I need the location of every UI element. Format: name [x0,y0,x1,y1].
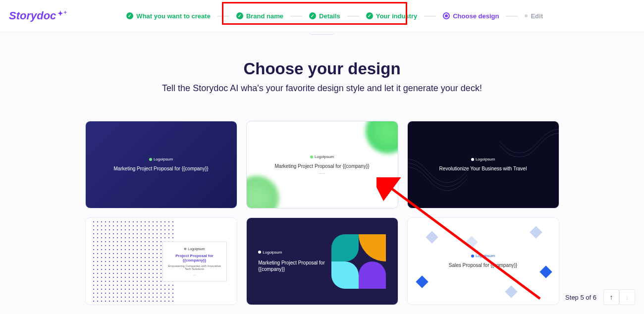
blob-decoration [366,121,398,154]
step-brand[interactable]: ✓ Brand name [236,12,283,20]
step-divider [347,16,359,16]
card-title: Marketing Project Proposal for {{company… [113,165,208,172]
footer-controls: Step 5 of 6 ↑ ↓ [565,289,635,305]
design-card-3[interactable]: Logoipsum Revolutionize Your Business wi… [407,121,559,209]
card-left: Logoipsum Marketing Project Proposal for… [258,250,327,273]
card-logo-text: Logoipsum [315,155,334,159]
step-details[interactable]: ✓ Details [309,12,340,20]
wave-decoration [499,121,559,181]
step-divider [290,16,302,16]
step-label: Your industry [376,12,418,20]
step-check-icon: ✓ [236,12,243,19]
card-logo: Logoipsum [310,155,334,159]
step-radio-icon [443,12,450,19]
page-title: Choose your design [0,59,644,78]
arrow-up-icon: ↑ [610,293,613,301]
design-card-1[interactable]: Logoipsum Marketing Project Proposal for… [85,121,237,209]
step-check-icon: ✓ [126,12,133,19]
main-content: Choose your design Tell the Storydoc AI … [0,32,644,314]
card-sub: Empowering Companies with Innovative Tec… [167,264,222,270]
step-label: Choose design [453,12,499,20]
step-design[interactable]: Choose design [443,12,499,20]
logo-dot-icon [258,251,261,254]
step-label: Brand name [246,12,283,20]
card-logo-text: Logoipsum [476,157,495,161]
card-logo-text: Logoipsum [154,157,173,161]
logo[interactable]: Storydoc ✦⁺ [9,9,67,22]
step-check-icon: ✓ [366,12,373,19]
logo-dot-icon [471,255,474,258]
logo-text: Storydoc [9,9,56,22]
iso-decoration [408,218,559,305]
page-subtitle: Tell the Storydoc AI wha's your favorite… [0,83,644,94]
stepper: ✓ What you want to create ✓ Brand name ✓… [126,12,543,20]
card-title: Marketing Project Proposal for {{company… [258,260,327,273]
collapse-handle[interactable] [310,33,334,35]
next-step-button[interactable]: ↓ [619,289,635,305]
card-logo-text: Logoipsum [476,254,495,258]
step-edit[interactable]: Edit [525,12,543,20]
step-dot-icon [525,14,528,17]
card-logo-text: Logoipsum [188,247,205,250]
design-card-4[interactable]: ✲ Logoipsum Project Proposal for {{compa… [85,217,237,305]
design-card-2[interactable]: Logoipsum Marketing Project Proposal for… [246,121,398,209]
step-create[interactable]: ✓ What you want to create [126,12,211,20]
step-label: Details [319,12,340,20]
step-divider [506,16,518,16]
card-title: Project Proposal for {{company}} [167,253,222,262]
step-label: What you want to create [136,12,211,20]
step-divider [424,16,436,16]
design-card-6[interactable]: Logoipsum Sales Proposal for {{company}} [407,217,559,305]
design-card-5[interactable]: Logoipsum Marketing Project Proposal for… [246,217,398,305]
card-title: Marketing Project Proposal for {{company… [274,163,369,170]
wave-decoration [407,131,467,209]
step-label: Edit [531,12,543,20]
blob-decoration [246,176,279,209]
prev-step-button[interactable]: ↑ [603,289,619,305]
arrow-down-icon: ↓ [626,293,629,301]
design-grid: Logoipsum Marketing Project Proposal for… [0,121,644,314]
step-indicator: Step 5 of 6 [565,294,596,301]
header: Storydoc ✦⁺ ✓ What you want to create ✓ … [0,0,644,32]
geo-shapes-decoration [331,234,386,289]
logo-sparkle-icon: ✦⁺ [57,9,67,17]
step-check-icon: ✓ [309,12,316,19]
step-industry[interactable]: ✓ Your industry [366,12,418,20]
logo-dot-icon [471,158,474,161]
card-inner-box: ✲ Logoipsum Project Proposal for {{compa… [162,241,227,281]
card-logo: Logoipsum [471,157,495,161]
card-sub: — — [319,172,325,175]
card-logo: Logoipsum [258,250,327,255]
logo-dot-icon [149,158,152,161]
card-logo-text: Logoipsum [263,250,282,255]
card-title: Sales Proposal for {{company}} [449,262,517,269]
card-logo: Logoipsum [149,157,173,161]
card-logo: Logoipsum [471,254,495,258]
logo-dot-icon [310,156,313,158]
step-divider [217,16,229,16]
